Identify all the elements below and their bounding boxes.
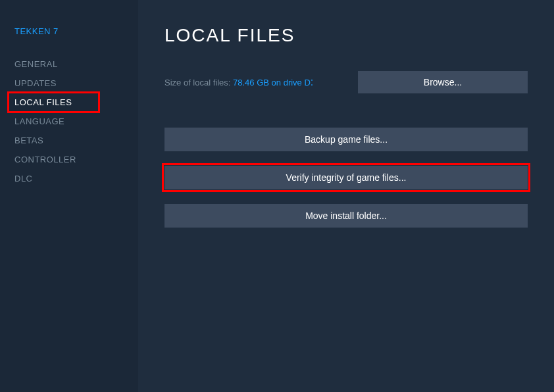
game-title: TEKKEN 7 [14, 26, 138, 36]
sidebar: TEKKEN 7 GENERAL UPDATES LOCAL FILES LAN… [0, 0, 138, 392]
sidebar-item-label: LANGUAGE [14, 116, 64, 126]
move-install-button[interactable]: Move install folder... [164, 204, 528, 228]
backup-button[interactable]: Backup game files... [164, 128, 528, 151]
sidebar-item-controller[interactable]: CONTROLLER [14, 150, 138, 169]
size-row: Size of local files: 78.46 GB on drive D… [164, 71, 528, 93]
sidebar-item-label: CONTROLLER [14, 155, 76, 164]
sidebar-item-local-files[interactable]: LOCAL FILES [14, 93, 138, 112]
sidebar-item-label: LOCAL FILES [14, 97, 72, 107]
verify-integrity-button[interactable]: Verify integrity of game files... [164, 166, 528, 189]
browse-button[interactable]: Browse... [358, 71, 528, 93]
sidebar-item-label: GENERAL [14, 59, 58, 69]
sidebar-item-label: DLC [14, 174, 33, 184]
sidebar-item-language[interactable]: LANGUAGE [14, 112, 138, 131]
size-label: Size of local files: [164, 78, 233, 87]
size-colon: : [311, 76, 313, 87]
sidebar-item-betas[interactable]: BETAS [14, 131, 138, 150]
main-panel: LOCAL FILES Size of local files: 78.46 G… [138, 0, 554, 392]
page-title: LOCAL FILES [164, 25, 528, 46]
sidebar-item-updates[interactable]: UPDATES [14, 74, 138, 93]
size-value[interactable]: 78.46 GB on drive D [233, 78, 311, 87]
sidebar-item-general[interactable]: GENERAL [14, 55, 138, 74]
sidebar-item-label: BETAS [14, 135, 43, 145]
sidebar-item-label: UPDATES [14, 78, 57, 88]
sidebar-item-dlc[interactable]: DLC [14, 169, 138, 188]
size-text: Size of local files: 78.46 GB on drive D… [164, 76, 313, 88]
properties-dialog: TEKKEN 7 GENERAL UPDATES LOCAL FILES LAN… [0, 0, 554, 392]
